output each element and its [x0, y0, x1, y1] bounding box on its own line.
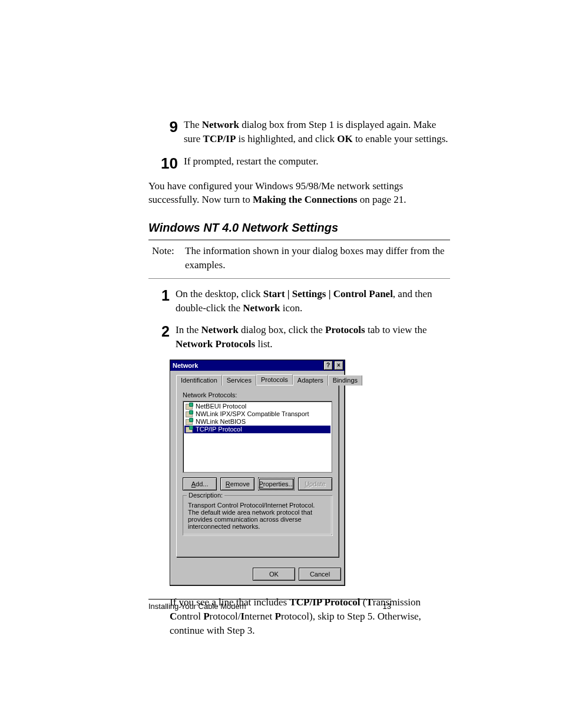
tab-bindings[interactable]: Bindings: [328, 375, 362, 386]
step-row: 10If prompted, restart the computer.: [148, 154, 450, 171]
properties-button[interactable]: Properties...: [258, 477, 294, 490]
protocol-icon: [186, 410, 194, 417]
tab-protocols[interactable]: Protocols: [256, 374, 293, 385]
note-body: The information shown in your dialog box…: [185, 244, 447, 272]
step-row: 9The Network dialog box from Step 1 is d…: [148, 118, 450, 146]
list-item[interactable]: NWLink IPX/SPX Compatible Transport: [184, 410, 330, 418]
network-dialog: Network ? × IdentificationServicesProtoc…: [170, 360, 345, 586]
step-text: In the Network dialog box, click the Pro…: [176, 323, 450, 351]
note-label: Note:: [152, 244, 185, 272]
step-number: 10: [148, 154, 184, 171]
list-item[interactable]: TCP/IP Protocol: [184, 426, 330, 433]
tab-adapters[interactable]: Adapters: [293, 375, 328, 386]
step-row: 1On the desktop, click Start | Settings …: [148, 287, 450, 315]
add-button[interactable]: Add...: [183, 477, 217, 490]
protocols-listbox[interactable]: NetBEUI ProtocolNWLink IPX/SPX Compatibl…: [183, 401, 332, 473]
tab-page-protocols: Network Protocols: NetBEUI ProtocolNWLin…: [176, 385, 339, 557]
remove-button[interactable]: Remove: [220, 477, 254, 490]
close-icon[interactable]: ×: [334, 361, 343, 370]
protocol-icon: [186, 418, 194, 425]
protocols-list-label: Network Protocols:: [183, 391, 332, 398]
post-steps-paragraph: You have configured your Windows 95/98/M…: [148, 179, 450, 207]
tab-services[interactable]: Services: [222, 375, 256, 386]
footer-page-number: 13: [383, 602, 391, 611]
list-item[interactable]: NetBEUI Protocol: [184, 403, 330, 410]
cancel-button[interactable]: Cancel: [299, 568, 341, 581]
step-text: The Network dialog box from Step 1 is di…: [184, 118, 450, 146]
step-row: 2In the Network dialog box, click the Pr…: [148, 323, 450, 351]
section-heading: Windows NT 4.0 Network Settings: [148, 221, 450, 235]
footer-left: Installing Your Cable Modem: [148, 602, 383, 611]
list-item-label: NetBEUI Protocol: [196, 403, 246, 410]
tab-identification[interactable]: Identification: [176, 375, 222, 386]
protocol-icon: [186, 403, 194, 410]
ok-button[interactable]: OK: [253, 568, 295, 581]
step-number: 9: [148, 118, 184, 134]
step-text: On the desktop, click Start | Settings |…: [176, 287, 450, 315]
help-icon[interactable]: ?: [323, 361, 333, 370]
description-group: Description: Transport Control Protocol/…: [183, 495, 332, 535]
dialog-title: Network: [173, 362, 322, 369]
dialog-titlebar: Network ? ×: [170, 360, 345, 371]
step-number: 2: [148, 323, 176, 339]
description-text: Transport Control Protocol/Internet Prot…: [188, 502, 327, 530]
page-footer: Installing Your Cable Modem 13: [148, 599, 391, 611]
protocol-icon: [186, 426, 194, 433]
step-number: 1: [148, 287, 176, 303]
update-button: Update: [298, 477, 332, 490]
description-label: Description:: [187, 492, 224, 499]
note-box: Note: The information shown in your dial…: [148, 239, 450, 279]
list-item-label: TCP/IP Protocol: [196, 426, 242, 433]
list-item-label: NWLink IPX/SPX Compatible Transport: [196, 410, 309, 418]
step-text: If prompted, restart the computer.: [184, 154, 450, 169]
list-item[interactable]: NWLink NetBIOS: [184, 418, 330, 426]
manual-page: 9The Network dialog box from Step 1 is d…: [0, 0, 562, 728]
list-item-label: NWLink NetBIOS: [196, 418, 246, 426]
